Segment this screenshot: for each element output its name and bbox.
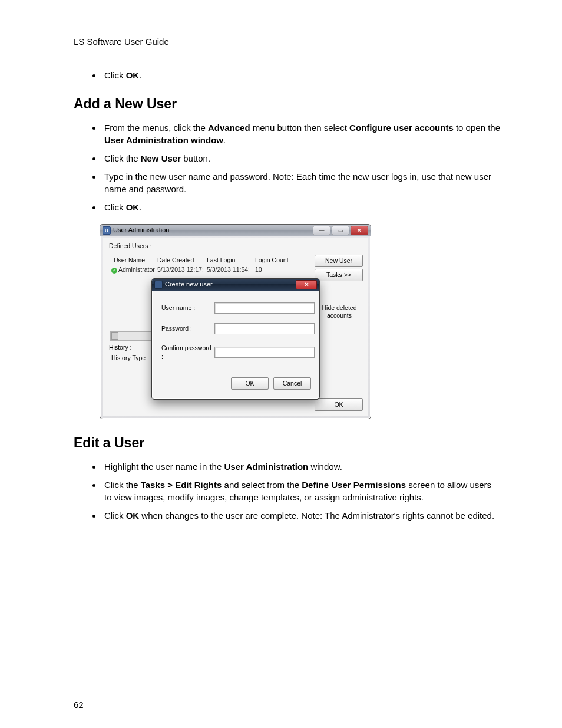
bold-text: OK <box>126 70 140 80</box>
list-item: Click the New User button. <box>102 152 500 164</box>
dialog-app-icon <box>154 281 163 289</box>
screenshot-user-administration: U User Administration — ▭ ✕ Defined User… <box>100 224 370 419</box>
text: to open the <box>454 123 500 133</box>
bold-text: OK <box>126 510 140 521</box>
col-date-created: Date Created <box>157 256 194 265</box>
heading-edit-user: Edit a User <box>74 433 500 452</box>
bold-text: Advanced <box>208 123 250 133</box>
cell-text: Administrator <box>118 266 155 273</box>
row-date-created: 5/13/2013 12:17: <box>157 265 204 274</box>
intro-list: Click OK. <box>74 69 500 81</box>
history-label: History : <box>109 343 132 352</box>
titlebar: U User Administration — ▭ ✕ <box>100 225 371 236</box>
list-item: Click the Tasks > Edit Rights and select… <box>102 479 500 503</box>
text: . <box>139 70 141 80</box>
bold-text: Configure user accounts <box>349 123 454 133</box>
text: Click <box>104 70 126 80</box>
text: . <box>139 202 141 212</box>
dialog-cancel-button[interactable]: Cancel <box>273 377 311 390</box>
tasks-button[interactable]: Tasks >> <box>315 269 363 281</box>
window-client: Defined Users : User Name Date Created L… <box>103 238 368 416</box>
text: Type in the new user name and password. … <box>104 172 491 194</box>
text: Click the <box>104 480 141 490</box>
text: Click <box>104 510 126 521</box>
col-user-name: User Name <box>114 256 145 265</box>
list-item: From the menus, click the Advanced menu … <box>102 121 500 146</box>
window-controls: — ▭ ✕ <box>313 226 368 235</box>
app-icon: U <box>103 226 111 235</box>
confirm-password-input[interactable] <box>214 347 315 358</box>
row-password: Password : <box>157 323 315 334</box>
dialog-close-button[interactable]: ✕ <box>296 280 317 289</box>
text: and select from the <box>222 480 302 490</box>
defined-users-label: Defined Users : <box>109 242 151 251</box>
hide-deleted-link[interactable]: Hide deleted accounts <box>316 304 363 319</box>
new-user-button[interactable]: New User <box>315 255 363 267</box>
dialog-create-new-user: Create new user ✕ User name : Password : <box>151 278 320 400</box>
bold-text: Tasks > Edit Rights <box>141 480 222 490</box>
check-icon: ✓ <box>111 268 117 274</box>
add-user-list: From the menus, click the Advanced menu … <box>74 121 500 213</box>
password-input[interactable] <box>214 323 315 334</box>
bold-text: New User <box>141 153 181 163</box>
row-login-count: 10 <box>255 265 262 274</box>
bold-text: OK <box>126 202 140 212</box>
bold-text: Define User Permissions <box>302 480 406 490</box>
dialog-ok-button[interactable]: OK <box>231 377 269 390</box>
user-name-label: User name : <box>157 304 214 312</box>
text: when changes to the user are complete. N… <box>139 510 494 521</box>
text: button. <box>181 153 210 163</box>
row-user-name[interactable]: ✓Administrator <box>111 265 155 274</box>
running-head: LS Software User Guide <box>74 35 500 48</box>
text: menu button then select <box>250 123 349 133</box>
horizontal-scrollbar[interactable] <box>110 331 153 341</box>
intro-item: Click OK. <box>102 69 500 81</box>
dialog-buttons: OK Cancel <box>231 377 311 390</box>
text: Highlight the user name in the <box>104 462 224 472</box>
row-confirm: Confirm password : <box>157 344 315 361</box>
minimize-button[interactable]: — <box>313 226 330 235</box>
scroll-thumb[interactable] <box>111 332 118 340</box>
bold-text: User Administration <box>224 462 308 472</box>
user-name-input[interactable] <box>214 302 315 314</box>
edit-user-list: Highlight the user name in the User Admi… <box>74 460 500 522</box>
text: Click <box>104 202 126 212</box>
col-last-login: Last Login <box>207 256 235 265</box>
password-label: Password : <box>157 324 214 333</box>
maximize-button[interactable]: ▭ <box>332 226 349 235</box>
close-button[interactable]: ✕ <box>351 226 368 235</box>
text: window. <box>308 462 342 472</box>
text: From the menus, click the <box>104 123 208 133</box>
bold-text: User Administration window <box>104 135 223 145</box>
page-number: 62 <box>74 699 500 711</box>
list-item: Type in the new user name and password. … <box>102 170 500 195</box>
col-login-count: Login Count <box>255 256 289 265</box>
text: Click the <box>104 153 141 163</box>
dialog-body: User name : Password : Confirm password … <box>157 293 315 394</box>
list-item: Highlight the user name in the User Admi… <box>102 460 500 473</box>
list-item: Click OK. <box>102 201 500 213</box>
text: . <box>223 135 226 145</box>
confirm-password-label: Confirm password : <box>157 344 214 361</box>
history-type-label: History Type <box>111 354 146 363</box>
window-title: User Administration <box>113 226 169 235</box>
heading-add-new-user: Add a New User <box>74 94 500 113</box>
window-user-administration: U User Administration — ▭ ✕ Defined User… <box>100 224 371 419</box>
ok-button[interactable]: OK <box>315 398 363 411</box>
dialog-titlebar: Create new user ✕ <box>152 279 319 291</box>
dialog-title: Create new user <box>165 280 213 289</box>
list-item: Click OK when changes to the user are co… <box>102 509 500 522</box>
row-user-name: User name : <box>157 302 315 314</box>
row-last-login: 5/3/2013 11:54: <box>207 265 250 274</box>
